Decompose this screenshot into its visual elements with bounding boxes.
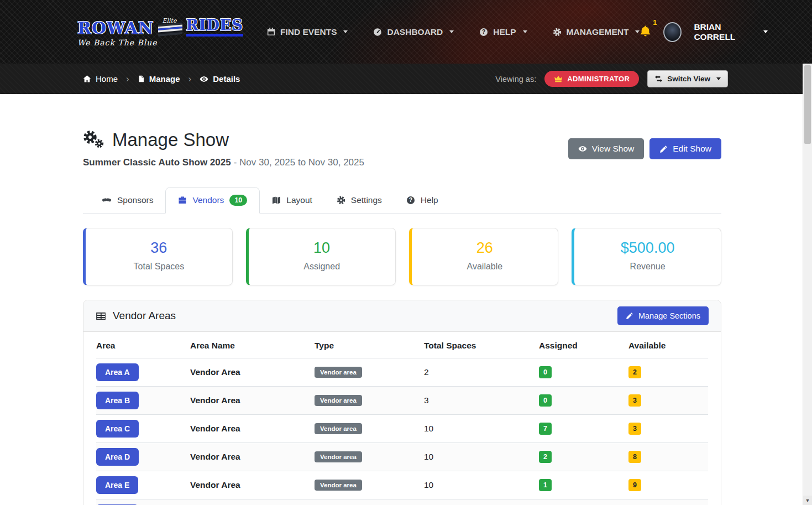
total-spaces-value: 2 [424, 367, 539, 377]
breadcrumb-manage-label: Manage [149, 74, 180, 84]
breadcrumb-details[interactable]: Details [200, 74, 240, 84]
breadcrumb-right: Viewing as: ADMINISTRATOR Switch View [495, 70, 728, 87]
area-button[interactable]: Area B [96, 392, 139, 409]
breadcrumb: Home › Manage › Details [83, 74, 240, 85]
page-title: Manage Show [112, 129, 229, 150]
area-button[interactable]: Area A [96, 363, 139, 381]
brand-logo[interactable]: ROWAN Elite RIDES We Back The Blue [77, 18, 240, 46]
vertical-scrollbar[interactable]: ▼ [803, 64, 812, 505]
user-menu[interactable]: BRIAN CORRELL [694, 22, 768, 42]
edit-show-button[interactable]: Edit Show [649, 138, 721, 159]
breadcrumb-home[interactable]: Home [83, 74, 118, 84]
area-button[interactable]: Area C [96, 420, 139, 438]
breadcrumb-home-label: Home [96, 74, 118, 84]
notifications-button[interactable]: 1 [640, 25, 651, 39]
main-content: Manage Show Summer Classic Auto Show 202… [83, 129, 721, 505]
breadcrumb-manage[interactable]: Manage [138, 74, 180, 84]
page-header: Manage Show Summer Classic Auto Show 202… [83, 129, 721, 168]
brand-tagline: We Back The Blue [77, 39, 240, 46]
area-button[interactable]: Area D [96, 448, 139, 466]
nav-management[interactable]: MANAGEMENT [553, 27, 640, 37]
col-header-available: Available [628, 341, 708, 351]
table-row: Area E Vendor Area Vendor area 10 1 9 [96, 471, 708, 499]
available-badge: 2 [628, 366, 641, 378]
show-dates: - Nov 30, 2025 to Nov 30, 2025 [234, 157, 364, 168]
file-icon [138, 75, 145, 83]
type-badge: Vendor area [315, 395, 362, 406]
main-nav: FIND EVENTS DASHBOARD ? HELP [267, 27, 640, 37]
calendar-icon [267, 28, 275, 36]
area-name: Vendor Area [190, 424, 315, 434]
area-name: Vendor Area [190, 452, 315, 462]
svg-text:?: ? [482, 28, 485, 35]
area-button[interactable]: Area E [96, 476, 138, 494]
avatar[interactable] [663, 22, 682, 42]
vendor-areas-panel: Vendor Areas Manage Sections Area Area N… [83, 300, 721, 505]
stat-card: 10 Assigned [246, 228, 396, 285]
col-header-assigned: Assigned [539, 341, 628, 351]
role-badge: ADMINISTRATOR [544, 71, 639, 87]
area-name: Vendor Area [190, 395, 315, 405]
dashboard-icon [373, 28, 382, 37]
tab-settings[interactable]: Settings [324, 187, 394, 214]
available-badge: 3 [628, 423, 641, 435]
brand-word-rides: RIDES [186, 18, 244, 37]
scrollbar-down-arrow[interactable]: ▼ [803, 496, 812, 505]
brand-word-rowan: ROWAN [77, 20, 154, 37]
tab-layout[interactable]: Layout [260, 187, 324, 214]
show-subtitle: Summer Classic Auto Show 2025- Nov 30, 2… [83, 157, 364, 168]
table-grid-icon [96, 311, 106, 321]
stat-value: 26 [417, 240, 553, 257]
switch-view-button[interactable]: Switch View [647, 70, 728, 87]
switch-view-label: Switch View [667, 75, 710, 83]
breadcrumb-details-label: Details [213, 74, 240, 84]
assigned-badge: 0 [539, 394, 552, 407]
top-navbar: ROWAN Elite RIDES We Back The Blue FIN [0, 0, 812, 64]
gear-icon [337, 196, 345, 205]
eye-icon [200, 75, 208, 84]
tab-sponsors[interactable]: Sponsors [90, 187, 165, 214]
vendor-areas-title: Vendor Areas [96, 310, 176, 322]
assigned-badge: 1 [539, 479, 552, 491]
stat-label: Total Spaces [91, 262, 227, 272]
vendors-count-badge: 10 [229, 195, 247, 206]
tab-help[interactable]: ? Help [394, 187, 450, 214]
user-name: BRIAN CORRELL [694, 22, 757, 42]
table-row: Area A Vendor Area Vendor area 2 0 2 [96, 358, 708, 387]
scrollbar-thumb[interactable] [804, 65, 811, 144]
stat-label: Available [417, 262, 553, 272]
available-badge: 8 [628, 451, 641, 463]
manage-sections-button[interactable]: Manage Sections [617, 306, 709, 325]
type-badge: Vendor area [315, 451, 362, 462]
total-spaces-value: 3 [424, 395, 539, 405]
tab-bar: Sponsors Vendors 10 Layout [83, 187, 721, 214]
tab-vendors[interactable]: Vendors 10 [165, 187, 260, 214]
home-icon [83, 75, 91, 83]
col-header-area-name: Area Name [190, 341, 315, 351]
swap-arrows-icon [654, 75, 663, 83]
view-show-button[interactable]: View Show [568, 138, 644, 159]
stat-value: $500.00 [580, 240, 715, 257]
assigned-badge: 7 [539, 423, 552, 435]
nav-dashboard[interactable]: DASHBOARD [373, 27, 454, 37]
nav-help[interactable]: ? HELP [479, 27, 527, 37]
nav-find-events[interactable]: FIND EVENTS [267, 27, 348, 37]
nav-label: MANAGEMENT [567, 27, 629, 37]
stat-value: 10 [254, 240, 390, 257]
edit-icon [626, 312, 633, 320]
vendor-areas-title-label: Vendor Areas [113, 310, 176, 322]
breadcrumb-separator: › [126, 74, 129, 85]
type-badge: Vendor area [315, 367, 362, 378]
available-badge: 9 [628, 479, 641, 491]
total-spaces-value: 10 [424, 452, 539, 462]
brand-flag-label: Elite [163, 18, 177, 24]
navbar-right: 1 BRIAN CORRELL [640, 22, 768, 42]
edit-icon [659, 145, 668, 153]
table-row: Area F Vendor Booth Vendor booth 1 0 [96, 499, 708, 505]
header-actions: View Show Edit Show [568, 138, 721, 159]
type-badge: Vendor area [315, 423, 362, 434]
chevron-down-icon [449, 30, 454, 33]
tab-label: Vendors [192, 195, 224, 205]
area-name: Vendor Area [190, 367, 315, 377]
col-header-type: Type [315, 341, 424, 351]
